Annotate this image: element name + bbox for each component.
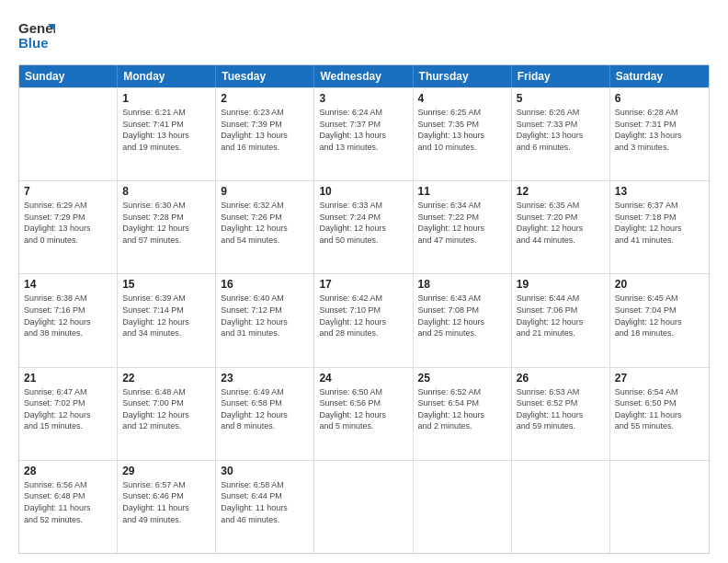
calendar-row-4: 28Sunrise: 6:56 AMSunset: 6:48 PMDayligh… bbox=[19, 460, 709, 553]
calendar-cell: 1Sunrise: 6:21 AMSunset: 7:41 PMDaylight… bbox=[118, 88, 216, 180]
calendar-row-3: 21Sunrise: 6:47 AMSunset: 7:02 PMDayligh… bbox=[19, 367, 709, 460]
day-info: Sunrise: 6:47 AMSunset: 7:02 PMDaylight:… bbox=[24, 386, 112, 432]
day-info: Sunrise: 6:29 AMSunset: 7:29 PMDaylight:… bbox=[24, 200, 112, 246]
day-info: Sunrise: 6:30 AMSunset: 7:28 PMDaylight:… bbox=[122, 200, 210, 246]
calendar-cell: 22Sunrise: 6:48 AMSunset: 7:00 PMDayligh… bbox=[118, 368, 216, 460]
calendar-row-2: 14Sunrise: 6:38 AMSunset: 7:16 PMDayligh… bbox=[19, 273, 709, 366]
calendar-cell: 7Sunrise: 6:29 AMSunset: 7:29 PMDaylight… bbox=[19, 181, 118, 273]
day-number: 25 bbox=[418, 372, 506, 385]
weekday-header-saturday: Saturday bbox=[610, 65, 709, 87]
day-number: 1 bbox=[122, 92, 210, 105]
header: General Blue bbox=[18, 17, 710, 55]
calendar-cell: 17Sunrise: 6:42 AMSunset: 7:10 PMDayligh… bbox=[314, 274, 413, 366]
day-info: Sunrise: 6:45 AMSunset: 7:04 PMDaylight:… bbox=[615, 293, 704, 339]
calendar-cell: 21Sunrise: 6:47 AMSunset: 7:02 PMDayligh… bbox=[19, 368, 118, 460]
day-info: Sunrise: 6:28 AMSunset: 7:31 PMDaylight:… bbox=[615, 107, 704, 153]
calendar-cell: 20Sunrise: 6:45 AMSunset: 7:04 PMDayligh… bbox=[610, 274, 709, 366]
day-info: Sunrise: 6:44 AMSunset: 7:06 PMDaylight:… bbox=[517, 293, 605, 339]
day-info: Sunrise: 6:54 AMSunset: 6:50 PMDaylight:… bbox=[615, 386, 704, 432]
calendar-cell bbox=[19, 88, 118, 180]
day-number: 6 bbox=[615, 92, 704, 105]
calendar: SundayMondayTuesdayWednesdayThursdayFrid… bbox=[18, 64, 710, 554]
calendar-cell: 9Sunrise: 6:32 AMSunset: 7:26 PMDaylight… bbox=[216, 181, 314, 273]
calendar-cell: 28Sunrise: 6:56 AMSunset: 6:48 PMDayligh… bbox=[19, 461, 118, 553]
day-number: 23 bbox=[221, 372, 309, 385]
calendar-cell: 16Sunrise: 6:40 AMSunset: 7:12 PMDayligh… bbox=[216, 274, 314, 366]
calendar-cell bbox=[610, 461, 709, 553]
day-number: 28 bbox=[24, 465, 112, 477]
day-number: 18 bbox=[418, 278, 506, 291]
weekday-header-sunday: Sunday bbox=[19, 65, 118, 87]
calendar-cell: 15Sunrise: 6:39 AMSunset: 7:14 PMDayligh… bbox=[118, 274, 216, 366]
day-info: Sunrise: 6:52 AMSunset: 6:54 PMDaylight:… bbox=[418, 386, 506, 432]
day-number: 7 bbox=[24, 185, 112, 198]
day-number: 27 bbox=[615, 372, 704, 385]
day-info: Sunrise: 6:39 AMSunset: 7:14 PMDaylight:… bbox=[122, 293, 210, 339]
svg-text:General: General bbox=[18, 20, 55, 36]
calendar-cell: 8Sunrise: 6:30 AMSunset: 7:28 PMDaylight… bbox=[118, 181, 216, 273]
day-number: 15 bbox=[122, 278, 210, 291]
calendar-cell bbox=[314, 461, 413, 553]
day-info: Sunrise: 6:56 AMSunset: 6:48 PMDaylight:… bbox=[24, 479, 112, 525]
calendar-row-0: 1Sunrise: 6:21 AMSunset: 7:41 PMDaylight… bbox=[19, 87, 709, 180]
calendar-cell: 13Sunrise: 6:37 AMSunset: 7:18 PMDayligh… bbox=[610, 181, 709, 273]
weekday-header-tuesday: Tuesday bbox=[216, 65, 314, 87]
day-info: Sunrise: 6:57 AMSunset: 6:46 PMDaylight:… bbox=[122, 479, 210, 525]
logo: General Blue bbox=[18, 17, 55, 55]
day-number: 2 bbox=[221, 92, 309, 105]
calendar-body: 1Sunrise: 6:21 AMSunset: 7:41 PMDaylight… bbox=[19, 87, 709, 553]
calendar-row-1: 7Sunrise: 6:29 AMSunset: 7:29 PMDaylight… bbox=[19, 180, 709, 273]
day-info: Sunrise: 6:35 AMSunset: 7:20 PMDaylight:… bbox=[517, 200, 605, 246]
calendar-cell: 4Sunrise: 6:25 AMSunset: 7:35 PMDaylight… bbox=[414, 88, 512, 180]
calendar-cell: 30Sunrise: 6:58 AMSunset: 6:44 PMDayligh… bbox=[216, 461, 314, 553]
day-number: 26 bbox=[517, 372, 605, 385]
day-info: Sunrise: 6:53 AMSunset: 6:52 PMDaylight:… bbox=[517, 386, 605, 432]
calendar-cell: 3Sunrise: 6:24 AMSunset: 7:37 PMDaylight… bbox=[314, 88, 413, 180]
calendar-cell: 27Sunrise: 6:54 AMSunset: 6:50 PMDayligh… bbox=[610, 368, 709, 460]
calendar-cell bbox=[512, 461, 610, 553]
day-number: 3 bbox=[319, 92, 407, 105]
calendar-cell: 14Sunrise: 6:38 AMSunset: 7:16 PMDayligh… bbox=[19, 274, 118, 366]
day-info: Sunrise: 6:48 AMSunset: 7:00 PMDaylight:… bbox=[122, 386, 210, 432]
day-number: 29 bbox=[122, 465, 210, 477]
calendar-cell: 12Sunrise: 6:35 AMSunset: 7:20 PMDayligh… bbox=[512, 181, 610, 273]
calendar-cell: 25Sunrise: 6:52 AMSunset: 6:54 PMDayligh… bbox=[414, 368, 512, 460]
day-number: 4 bbox=[418, 92, 506, 105]
day-info: Sunrise: 6:32 AMSunset: 7:26 PMDaylight:… bbox=[221, 200, 309, 246]
day-number: 16 bbox=[221, 278, 309, 291]
day-number: 30 bbox=[221, 465, 309, 477]
day-info: Sunrise: 6:33 AMSunset: 7:24 PMDaylight:… bbox=[319, 200, 407, 246]
page: General Blue SundayMondayTuesdayWednesda… bbox=[0, 0, 728, 563]
day-info: Sunrise: 6:58 AMSunset: 6:44 PMDaylight:… bbox=[221, 479, 309, 525]
day-number: 11 bbox=[418, 185, 506, 198]
day-number: 19 bbox=[517, 278, 605, 291]
weekday-header-monday: Monday bbox=[118, 65, 216, 87]
day-number: 20 bbox=[615, 278, 704, 291]
day-number: 12 bbox=[517, 185, 605, 198]
calendar-cell: 5Sunrise: 6:26 AMSunset: 7:33 PMDaylight… bbox=[512, 88, 610, 180]
calendar-cell bbox=[414, 461, 512, 553]
day-info: Sunrise: 6:23 AMSunset: 7:39 PMDaylight:… bbox=[221, 107, 309, 153]
day-info: Sunrise: 6:43 AMSunset: 7:08 PMDaylight:… bbox=[418, 293, 506, 339]
calendar-cell: 11Sunrise: 6:34 AMSunset: 7:22 PMDayligh… bbox=[414, 181, 512, 273]
calendar-cell: 29Sunrise: 6:57 AMSunset: 6:46 PMDayligh… bbox=[118, 461, 216, 553]
day-info: Sunrise: 6:26 AMSunset: 7:33 PMDaylight:… bbox=[517, 107, 605, 153]
day-info: Sunrise: 6:24 AMSunset: 7:37 PMDaylight:… bbox=[319, 107, 407, 153]
day-number: 14 bbox=[24, 278, 112, 291]
weekday-header-wednesday: Wednesday bbox=[314, 65, 413, 87]
weekday-header-thursday: Thursday bbox=[414, 65, 512, 87]
day-info: Sunrise: 6:38 AMSunset: 7:16 PMDaylight:… bbox=[24, 293, 112, 339]
calendar-cell: 24Sunrise: 6:50 AMSunset: 6:56 PMDayligh… bbox=[314, 368, 413, 460]
calendar-cell: 26Sunrise: 6:53 AMSunset: 6:52 PMDayligh… bbox=[512, 368, 610, 460]
calendar-cell: 2Sunrise: 6:23 AMSunset: 7:39 PMDaylight… bbox=[216, 88, 314, 180]
calendar-cell: 6Sunrise: 6:28 AMSunset: 7:31 PMDaylight… bbox=[610, 88, 709, 180]
day-number: 22 bbox=[122, 372, 210, 385]
day-number: 13 bbox=[615, 185, 704, 198]
svg-text:Blue: Blue bbox=[18, 35, 49, 51]
calendar-cell: 18Sunrise: 6:43 AMSunset: 7:08 PMDayligh… bbox=[414, 274, 512, 366]
day-number: 9 bbox=[221, 185, 309, 198]
day-info: Sunrise: 6:50 AMSunset: 6:56 PMDaylight:… bbox=[319, 386, 407, 432]
day-info: Sunrise: 6:49 AMSunset: 6:58 PMDaylight:… bbox=[221, 386, 309, 432]
calendar-cell: 10Sunrise: 6:33 AMSunset: 7:24 PMDayligh… bbox=[314, 181, 413, 273]
day-info: Sunrise: 6:21 AMSunset: 7:41 PMDaylight:… bbox=[122, 107, 210, 153]
